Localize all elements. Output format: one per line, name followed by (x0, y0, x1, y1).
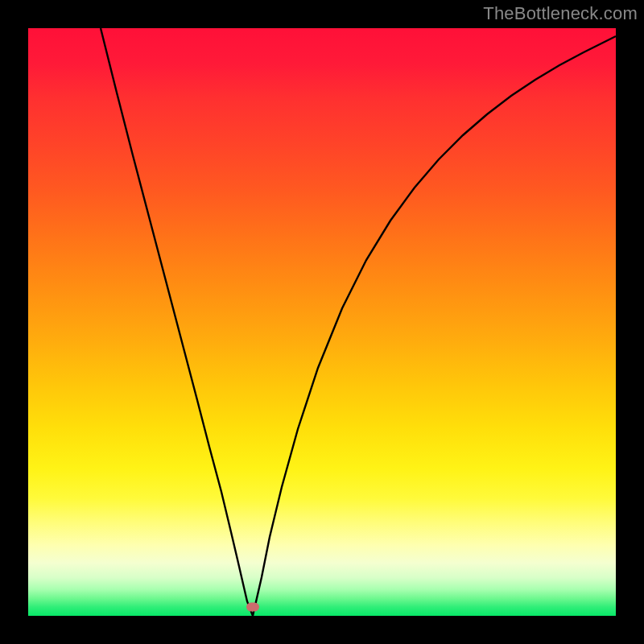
watermark-text: TheBottleneck.com (483, 3, 638, 24)
plot-area (28, 28, 616, 616)
chart-frame: TheBottleneck.com (0, 0, 644, 644)
curve-path (101, 28, 616, 616)
minimum-marker (246, 603, 259, 612)
bottleneck-curve (28, 28, 616, 616)
